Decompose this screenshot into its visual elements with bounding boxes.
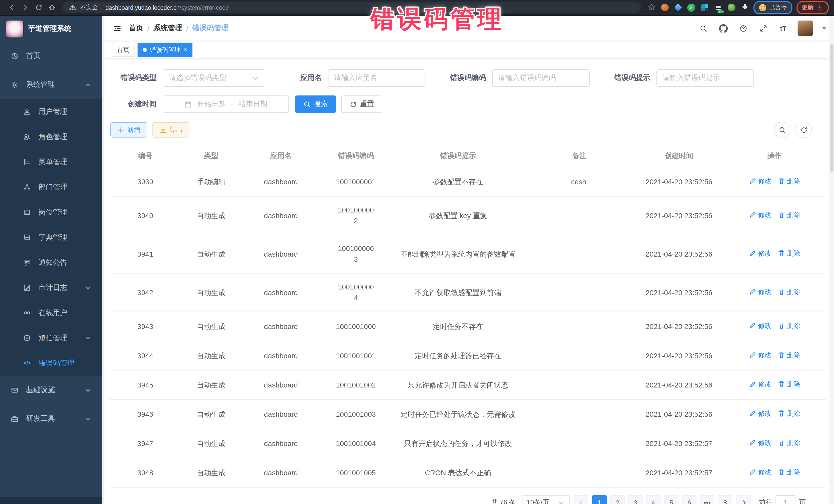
edit-row-link[interactable]: 修改	[749, 248, 772, 259]
sidebar-item-error-code-management[interactable]: </>错误码管理	[0, 351, 102, 376]
scrollbar-thumb[interactable]	[830, 44, 833, 172]
page-button[interactable]: 8	[718, 495, 732, 504]
app-name-input[interactable]: 请输入应用名	[328, 69, 425, 87]
breadcrumb-item[interactable]: 首页	[129, 24, 143, 33]
sidebar-item-user-management[interactable]: 用户管理	[0, 99, 102, 124]
more-pages-button[interactable]: •••	[700, 495, 715, 504]
edit-row-link[interactable]: 修改	[749, 466, 772, 477]
edit-row-link[interactable]: 修改	[749, 408, 772, 419]
sidebar-item-menu-management[interactable]: 菜单管理	[0, 149, 102, 175]
delete-row-link[interactable]: 删除	[778, 320, 800, 331]
ext-grid-icon[interactable]	[700, 3, 709, 12]
edit-row-link[interactable]: 修改	[749, 320, 772, 331]
reset-button[interactable]: 重置	[341, 95, 382, 113]
delete-row-link[interactable]: 删除	[778, 466, 800, 477]
browser-forward-button[interactable]	[19, 1, 32, 14]
profile-paused-badge[interactable]: 已暂停	[753, 1, 792, 14]
delete-row-link[interactable]: 删除	[778, 408, 800, 419]
sidebar-toggle-button[interactable]	[108, 20, 126, 37]
action-label: 删除	[787, 210, 800, 220]
tab-error-code-management[interactable]: 错误码管理×	[137, 43, 193, 57]
export-button[interactable]: 导出	[152, 122, 190, 137]
sidebar-item-system-management[interactable]: 系统管理	[0, 70, 102, 99]
extensions-puzzle-icon[interactable]	[740, 3, 749, 12]
tab-home[interactable]: 首页	[112, 43, 134, 57]
browser-home-button[interactable]	[45, 1, 59, 14]
edit-row-link[interactable]: 修改	[749, 286, 772, 297]
edit-row-link[interactable]: 修改	[749, 437, 772, 448]
sidebar-item-notice-announcement[interactable]: 通知公告	[0, 250, 102, 275]
delete-row-link[interactable]: 删除	[778, 248, 800, 259]
delete-row-link[interactable]: 删除	[778, 176, 800, 186]
page-button[interactable]: 6	[682, 495, 697, 504]
search-button[interactable]	[698, 23, 709, 34]
bookmark-star-icon[interactable]	[647, 3, 656, 12]
add-button[interactable]: 新增	[110, 122, 147, 137]
page-size-select[interactable]: 10条/页	[522, 495, 570, 504]
page-button[interactable]: 1	[592, 495, 607, 504]
prev-page-button[interactable]	[574, 495, 588, 504]
search-button[interactable]: 搜索	[295, 95, 336, 113]
edit-row-link[interactable]: 修改	[749, 379, 772, 390]
edit-row-link[interactable]: 修改	[749, 350, 772, 360]
error-msg-input[interactable]: 请输入错误码提示	[656, 69, 754, 87]
next-page-button[interactable]	[737, 495, 751, 504]
insecure-warning-icon	[69, 4, 76, 11]
browser-reload-button[interactable]	[32, 1, 45, 14]
sidebar-item-dev-tools[interactable]: 研发工具	[0, 404, 102, 433]
sidebar-item-infrastructure[interactable]: 基础设施	[0, 376, 102, 404]
toggle-search-button[interactable]	[774, 122, 790, 138]
sidebar-item-online-users[interactable]: 在线用户	[0, 300, 102, 325]
breadcrumb-item[interactable]: 系统管理	[153, 24, 182, 33]
delete-row-link[interactable]: 删除	[778, 437, 800, 448]
browser-menu-icon[interactable]	[816, 4, 824, 11]
edit-row-link[interactable]: 修改	[749, 210, 772, 220]
infrastructure-icon	[10, 386, 19, 394]
window-scrollbar[interactable]	[829, 17, 834, 504]
address-bar[interactable]: 不安全 dashboard.yudao.iocoder.cn/system/er…	[63, 2, 641, 13]
sidebar-item-role-management[interactable]: 角色管理	[0, 124, 102, 149]
goto-page-input[interactable]: 1	[775, 495, 796, 504]
table-cell: 自动生成	[180, 273, 242, 312]
ext-onetab-icon[interactable]	[714, 3, 722, 12]
table-toolbar: 新增 导出	[110, 122, 826, 138]
action-label: 删除	[787, 408, 800, 419]
delete-row-link[interactable]: 删除	[778, 210, 800, 220]
sidebar-item-home[interactable]: 首页	[0, 42, 102, 70]
sidebar-item-audit-log[interactable]: 审计日志	[0, 275, 102, 300]
refresh-table-button[interactable]	[795, 122, 812, 138]
create-time-range-picker[interactable]: 开始日期 - 结束日期	[163, 95, 289, 113]
delete-row-link[interactable]: 删除	[778, 379, 800, 390]
ext-orange-icon[interactable]	[660, 3, 669, 12]
browser-back-button[interactable]	[5, 1, 19, 14]
page-url: dashboard.yudao.iocoder.cn/system/error-…	[106, 4, 229, 10]
page-button[interactable]: 2	[610, 495, 624, 504]
sidebar-item-dept-management[interactable]: 部门管理	[0, 175, 102, 200]
sidebar-item-sms-management[interactable]: 短信管理	[0, 325, 102, 351]
github-button[interactable]	[718, 23, 729, 34]
close-icon[interactable]: ×	[184, 47, 187, 53]
delete-row-link[interactable]: 删除	[778, 350, 800, 360]
ext-green-check-icon[interactable]: ✓	[687, 3, 696, 12]
browser-update-button[interactable]: 更新	[796, 1, 829, 14]
fullscreen-button[interactable]	[758, 23, 769, 34]
sms-icon	[23, 334, 31, 342]
table-cell	[524, 312, 635, 341]
help-button[interactable]	[738, 23, 749, 34]
font-size-button[interactable]: tT	[777, 23, 789, 34]
edit-row-link[interactable]: 修改	[749, 176, 772, 186]
sidebar-item-dict-management[interactable]: 字典管理	[0, 225, 102, 250]
error-type-select[interactable]: 请选择错误码类型	[163, 69, 265, 87]
sidebar-item-post-management[interactable]: 岗位管理	[0, 200, 102, 225]
ext-key-icon[interactable]	[727, 3, 736, 12]
ext-gem-icon[interactable]	[674, 3, 682, 12]
sidebar-logo-bar[interactable]: 芋道管理系统	[0, 16, 102, 42]
user-avatar[interactable]	[797, 21, 813, 36]
error-code-input[interactable]: 请输入错误码编码	[492, 69, 590, 87]
avatar-dropdown-caret-icon[interactable]	[822, 27, 827, 30]
page-button[interactable]: 5	[664, 495, 679, 504]
delete-row-link[interactable]: 删除	[778, 286, 800, 297]
page-button[interactable]: 4	[646, 495, 660, 504]
page-button[interactable]: 3	[628, 495, 642, 504]
sidebar-collapse-bar[interactable]	[0, 497, 102, 504]
